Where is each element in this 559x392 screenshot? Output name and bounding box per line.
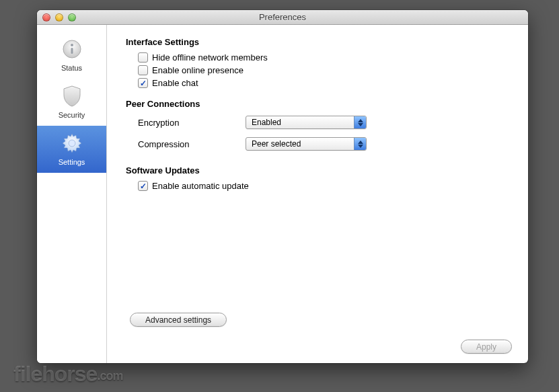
online-presence-checkbox[interactable] (138, 65, 148, 75)
minimize-button[interactable] (55, 13, 63, 22)
online-presence-row: Enable online presence (138, 65, 512, 75)
sidebar-item-security[interactable]: Security (37, 79, 106, 126)
sidebar-item-label: Security (59, 111, 85, 119)
window-title: Preferences (37, 12, 528, 22)
apply-button[interactable]: Apply (461, 340, 512, 354)
enable-chat-row: Enable chat (138, 78, 512, 88)
svg-rect-1 (71, 48, 73, 54)
advanced-settings-button[interactable]: Advanced settings (130, 313, 227, 327)
section-heading-peer: Peer Connections (126, 99, 512, 109)
watermark-main: filehorse (13, 362, 97, 386)
encryption-row: Encryption Enabled (138, 116, 512, 129)
svg-point-2 (71, 44, 73, 46)
select-arrows-icon (354, 138, 366, 150)
sidebar-item-status[interactable]: Status (37, 32, 106, 79)
sidebar-item-label: Status (61, 64, 82, 72)
hide-offline-row: Hide offline network members (138, 52, 512, 63)
compression-row: Compression Peer selected (138, 137, 512, 151)
zoom-button[interactable] (68, 13, 76, 22)
preferences-window: Preferences (37, 10, 528, 363)
compression-label: Compression (138, 139, 246, 149)
watermark: filehorse.com (13, 362, 122, 387)
encryption-value: Enabled (246, 118, 354, 127)
section-heading-updates: Software Updates (126, 165, 512, 175)
encryption-select[interactable]: Enabled (246, 116, 367, 129)
gear-icon (59, 131, 85, 155)
compression-select[interactable]: Peer selected (246, 137, 367, 151)
sidebar-item-settings[interactable]: Settings (37, 126, 106, 173)
sidebar: Status Security (37, 25, 107, 363)
encryption-label: Encryption (138, 118, 246, 128)
enable-chat-label: Enable chat (152, 78, 198, 88)
shield-icon (59, 84, 85, 108)
auto-update-row: Enable automatic update (138, 181, 512, 191)
enable-chat-checkbox[interactable] (138, 78, 148, 88)
window-body: Status Security (37, 25, 528, 363)
titlebar[interactable]: Preferences (37, 10, 528, 25)
content-pane: Interface Settings Hide offline network … (107, 25, 528, 363)
sidebar-item-label: Settings (59, 158, 85, 166)
auto-update-label: Enable automatic update (152, 181, 249, 191)
watermark-suffix: .com (97, 369, 122, 383)
hide-offline-label: Hide offline network members (152, 52, 268, 63)
close-button[interactable] (42, 13, 50, 22)
auto-update-checkbox[interactable] (138, 181, 148, 191)
svg-point-3 (69, 140, 75, 147)
select-arrows-icon (354, 116, 366, 128)
online-presence-label: Enable online presence (152, 65, 244, 75)
info-icon (59, 37, 85, 61)
compression-value: Peer selected (246, 139, 354, 149)
hide-offline-checkbox[interactable] (138, 52, 148, 63)
section-heading-interface: Interface Settings (126, 37, 512, 47)
traffic-lights (42, 13, 76, 22)
